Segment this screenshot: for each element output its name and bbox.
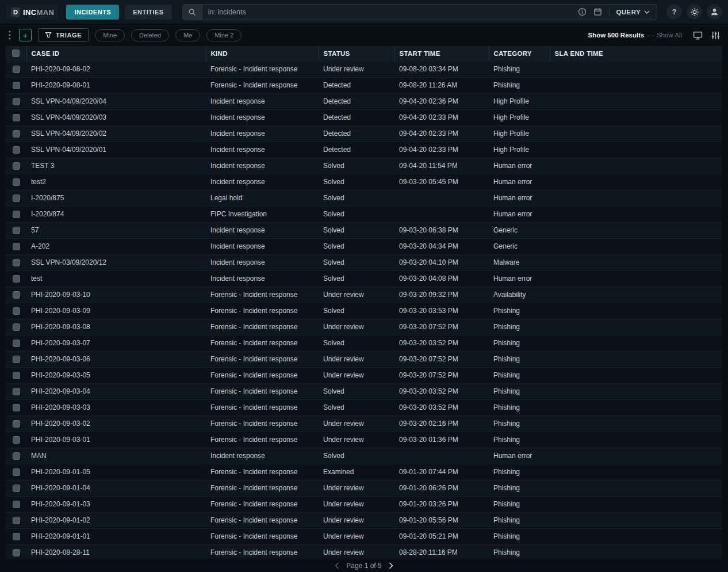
table-row[interactable]: 57Incident responseSolved09-03-20 06:38 … bbox=[6, 222, 722, 238]
kebab-menu-icon[interactable] bbox=[7, 30, 13, 40]
tab-incidents[interactable]: INCIDENTS bbox=[66, 5, 119, 20]
column-header-sla-end-time[interactable]: SLA END TIME bbox=[550, 46, 722, 61]
help-button[interactable]: ? bbox=[666, 4, 682, 20]
table-row[interactable]: PHI-2020-09-03-06Forensic - Incident res… bbox=[6, 351, 722, 367]
row-checkbox[interactable] bbox=[13, 114, 20, 121]
row-checkbox[interactable] bbox=[13, 98, 20, 105]
table-row[interactable]: PHI-2020-09-01-05Forensic - Incident res… bbox=[6, 464, 722, 480]
table-row[interactable]: PHI-2020-09-03-01Forensic - Incident res… bbox=[6, 432, 722, 448]
table-row[interactable]: SSL VPN-04/09/2020/04Incident responseDe… bbox=[6, 93, 722, 109]
column-header-case-id[interactable]: CASE ID bbox=[26, 46, 206, 61]
cell-start-time bbox=[394, 206, 489, 222]
row-checkbox[interactable] bbox=[13, 372, 20, 379]
row-checkbox[interactable] bbox=[13, 291, 20, 299]
filter-pill-deleted[interactable]: Deleted bbox=[131, 29, 169, 41]
row-checkbox[interactable] bbox=[13, 436, 20, 444]
table-row[interactable]: PHI-2020-09-01-01Forensic - Incident res… bbox=[6, 528, 722, 544]
column-settings-button[interactable] bbox=[710, 30, 721, 41]
row-checkbox[interactable] bbox=[13, 243, 20, 250]
table-row[interactable]: PHI-2020-09-08-01Forensic - Incident res… bbox=[6, 77, 722, 93]
table-row[interactable]: PHI-2020-09-03-07Forensic - Incident res… bbox=[6, 335, 722, 351]
row-checkbox[interactable] bbox=[13, 146, 20, 154]
previous-page-button[interactable] bbox=[334, 562, 340, 569]
table-row[interactable]: PHI-2020-09-01-02Forensic - Incident res… bbox=[6, 512, 722, 528]
cell-kind: Incident response bbox=[206, 125, 319, 142]
table-row[interactable]: PHI-2020-09-01-04Forensic - Incident res… bbox=[6, 480, 722, 496]
next-page-button[interactable] bbox=[388, 562, 394, 569]
filter-pill-mine[interactable]: Mine bbox=[95, 29, 125, 41]
table-row[interactable]: PHI-2020-09-03-08Forensic - Incident res… bbox=[6, 319, 722, 335]
row-checkbox[interactable] bbox=[13, 388, 20, 395]
table-row[interactable]: PHI-2020-09-03-04Forensic - Incident res… bbox=[6, 383, 722, 399]
column-header-category[interactable]: CATEGORY bbox=[489, 46, 550, 61]
row-checkbox[interactable] bbox=[13, 501, 20, 508]
table-row[interactable]: SSL VPN-04/09/2020/03Incident responseDe… bbox=[6, 109, 722, 125]
table-row[interactable]: PHI-2020-09-08-02Forensic - Incident res… bbox=[6, 61, 722, 77]
display-view-button[interactable] bbox=[692, 30, 704, 41]
table-row[interactable]: SSL VPN-03/09/2020/12Incident responseSo… bbox=[6, 254, 722, 270]
row-checkbox[interactable] bbox=[13, 178, 20, 186]
settings-button[interactable] bbox=[687, 4, 702, 20]
cell-kind: Forensic - Incident response bbox=[206, 77, 319, 93]
table-row[interactable]: MANIncident responseSolvedHuman error bbox=[6, 448, 722, 464]
row-checkbox[interactable] bbox=[13, 66, 20, 73]
row-checkbox[interactable] bbox=[13, 517, 20, 524]
row-checkbox[interactable] bbox=[13, 275, 20, 283]
table-row[interactable]: A-202Incident responseSolved09-03-20 04:… bbox=[6, 238, 722, 254]
add-incident-button[interactable]: + bbox=[19, 29, 32, 41]
cell-start-time: 09-01-20 03:26 PM bbox=[394, 496, 489, 512]
table-row[interactable]: SSL VPN-04/09/2020/02Incident responseDe… bbox=[6, 125, 722, 142]
row-checkbox[interactable] bbox=[13, 307, 20, 315]
table-row[interactable]: testIncident responseSolved09-03-20 04:0… bbox=[6, 270, 722, 287]
query-dropdown[interactable]: QUERY bbox=[616, 9, 650, 16]
row-checkbox[interactable] bbox=[13, 259, 20, 266]
table-row[interactable]: PHI-2020-09-03-09Forensic - Incident res… bbox=[6, 303, 722, 319]
row-checkbox[interactable] bbox=[13, 82, 20, 89]
table-row[interactable]: I-2020/875Legal holdSolvedHuman error bbox=[6, 190, 722, 206]
table-row[interactable]: PHI-2020-09-03-10Forensic - Incident res… bbox=[6, 287, 722, 303]
cell-category: Human error bbox=[489, 206, 550, 222]
column-header-start-time[interactable]: START TIME bbox=[394, 46, 489, 61]
table-row[interactable]: PHI-2020-08-28-11Forensic - Incident res… bbox=[6, 544, 722, 560]
table-row[interactable]: PHI-2020-09-03-03Forensic - Incident res… bbox=[6, 399, 722, 415]
row-checkbox[interactable] bbox=[13, 211, 20, 218]
column-header-status[interactable]: STATUS bbox=[319, 46, 394, 61]
table-row[interactable]: test2Incident responseSolved09-03-20 05:… bbox=[6, 174, 722, 190]
row-checkbox[interactable] bbox=[13, 452, 20, 460]
calendar-icon[interactable] bbox=[593, 7, 602, 16]
search-bar[interactable]: QUERY bbox=[182, 4, 657, 20]
table-row[interactable]: PHI-2020-09-03-05Forensic - Incident res… bbox=[6, 367, 722, 383]
show-all-link[interactable]: Show All bbox=[657, 32, 682, 39]
select-all-checkbox[interactable] bbox=[12, 49, 20, 57]
row-checkbox[interactable] bbox=[13, 533, 20, 540]
row-checkbox[interactable] bbox=[13, 356, 20, 363]
table-row[interactable]: SSL VPN-04/09/2020/01Incident responseDe… bbox=[6, 142, 722, 158]
row-checkbox-cell bbox=[6, 238, 26, 254]
app-logo[interactable]: D INCMAN bbox=[6, 5, 59, 20]
row-checkbox[interactable] bbox=[13, 485, 20, 492]
filter-pill-mine-2[interactable]: Mine 2 bbox=[206, 29, 242, 41]
row-checkbox[interactable] bbox=[13, 227, 20, 234]
table-row[interactable]: I-2020/874FIPC InvestigationSolvedHuman … bbox=[6, 206, 722, 222]
row-checkbox[interactable] bbox=[13, 162, 20, 170]
row-checkbox[interactable] bbox=[13, 549, 20, 556]
table-row[interactable]: PHI-2020-09-01-03Forensic - Incident res… bbox=[6, 496, 722, 512]
column-header-kind[interactable]: KIND bbox=[206, 46, 319, 61]
row-checkbox[interactable] bbox=[13, 340, 20, 347]
row-checkbox[interactable] bbox=[13, 323, 20, 331]
row-checkbox[interactable] bbox=[13, 195, 20, 202]
cell-category: Human error bbox=[489, 270, 550, 287]
row-checkbox[interactable] bbox=[13, 404, 20, 411]
row-checkbox[interactable] bbox=[13, 420, 20, 428]
cell-kind: Incident response bbox=[206, 158, 319, 174]
triage-button[interactable]: TRIAGE bbox=[38, 28, 89, 42]
row-checkbox[interactable] bbox=[13, 468, 20, 476]
user-button[interactable] bbox=[707, 4, 722, 20]
search-input[interactable] bbox=[202, 8, 578, 16]
filter-pill-me[interactable]: Me bbox=[175, 29, 200, 41]
table-row[interactable]: PHI-2020-09-03-02Forensic - Incident res… bbox=[6, 415, 722, 432]
info-icon[interactable] bbox=[578, 7, 587, 16]
table-row[interactable]: TEST 3Incident responseSolved09-04-20 11… bbox=[6, 158, 722, 174]
tab-entities[interactable]: ENTITIES bbox=[125, 5, 172, 20]
row-checkbox[interactable] bbox=[13, 130, 20, 138]
